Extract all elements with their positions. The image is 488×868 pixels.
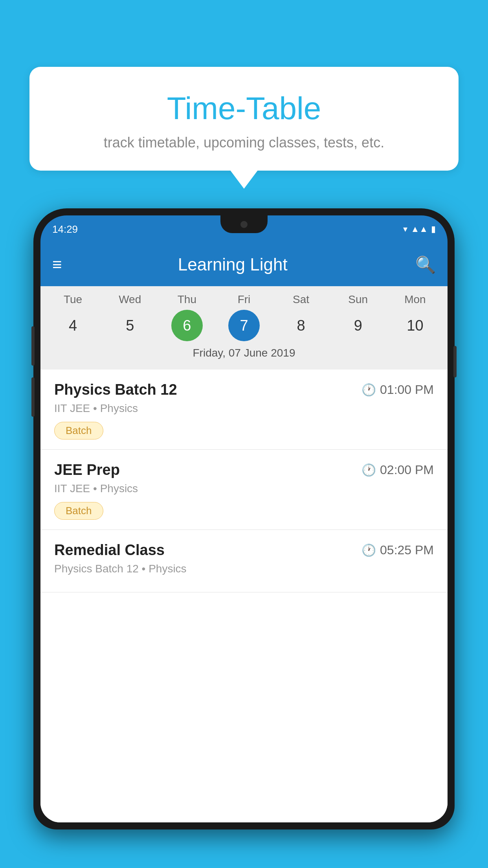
batch-badge-2: Batch [54, 502, 103, 520]
battery-icon: ▮ [431, 224, 436, 234]
day-10[interactable]: 10 [399, 310, 431, 341]
front-camera [240, 221, 248, 228]
day-numbers: 4 5 6 7 8 9 10 [40, 310, 448, 341]
schedule-item-3-header: Remedial Class 🕐 05:25 PM [54, 542, 434, 559]
schedule-item-1-header: Physics Batch 12 🕐 01:00 PM [54, 381, 434, 398]
schedule-item-2-subtitle: IIT JEE • Physics [54, 482, 434, 495]
signal-icon: ▲▲ [411, 224, 428, 234]
search-icon[interactable]: 🔍 [415, 255, 436, 274]
schedule-item-3-subtitle: Physics Batch 12 • Physics [54, 563, 434, 575]
day-8[interactable]: 8 [285, 310, 317, 341]
schedule-item-3-time: 🕐 05:25 PM [361, 543, 434, 557]
day-label-fri: Fri [228, 293, 260, 306]
schedule-item-2-title: JEE Prep [54, 462, 120, 478]
day-label-tue: Tue [57, 293, 89, 306]
schedule-item-1-time: 🕐 01:00 PM [361, 383, 434, 397]
tooltip-card: Time-Table track timetable, upcoming cla… [29, 67, 459, 171]
schedule-item-1[interactable]: Physics Batch 12 🕐 01:00 PM IIT JEE • Ph… [40, 370, 448, 450]
schedule-item-3-title: Remedial Class [54, 542, 165, 559]
hamburger-icon[interactable]: ≡ [52, 256, 62, 273]
schedule-item-2[interactable]: JEE Prep 🕐 02:00 PM IIT JEE • Physics Ba… [40, 450, 448, 530]
schedule-item-2-time: 🕐 02:00 PM [361, 463, 434, 477]
selected-date-label: Friday, 07 June 2019 [40, 341, 448, 366]
tooltip-subtitle: track timetable, upcoming classes, tests… [53, 134, 435, 151]
volume-up-button[interactable] [31, 326, 35, 366]
day-9[interactable]: 9 [342, 310, 374, 341]
day-5[interactable]: 5 [114, 310, 146, 341]
power-button[interactable] [453, 346, 457, 377]
volume-down-button[interactable] [31, 377, 35, 417]
status-time: 14:29 [52, 223, 78, 235]
batch-badge-1: Batch [54, 422, 103, 440]
wifi-icon: ▾ [403, 224, 407, 234]
day-4[interactable]: 4 [57, 310, 89, 341]
schedule-item-1-title: Physics Batch 12 [54, 381, 177, 398]
app-bar: ≡ Learning Light 🔍 [40, 243, 448, 286]
day-7-selected[interactable]: 7 [228, 310, 260, 341]
schedule-item-2-header: JEE Prep 🕐 02:00 PM [54, 462, 434, 478]
app-title: Learning Light [74, 255, 392, 274]
schedule-list: Physics Batch 12 🕐 01:00 PM IIT JEE • Ph… [40, 370, 448, 822]
calendar-strip: Tue Wed Thu Fri Sat Sun Mon 4 5 6 7 8 9 … [40, 286, 448, 370]
clock-icon-2: 🕐 [361, 463, 376, 477]
day-label-sat: Sat [285, 293, 317, 306]
day-label-mon: Mon [399, 293, 431, 306]
tooltip-title: Time-Table [53, 90, 435, 127]
phone-mockup: 14:29 ▾ ▲▲ ▮ ≡ Learning Light 🔍 Tue [33, 208, 455, 868]
day-label-thu: Thu [171, 293, 203, 306]
clock-icon-1: 🕐 [361, 383, 376, 397]
phone-screen: ≡ Learning Light 🔍 Tue Wed Thu Fri Sat S… [40, 243, 448, 822]
day-label-sun: Sun [342, 293, 374, 306]
clock-icon-3: 🕐 [361, 543, 376, 557]
schedule-item-1-subtitle: IIT JEE • Physics [54, 402, 434, 415]
day-6-today[interactable]: 6 [171, 310, 203, 341]
day-label-wed: Wed [114, 293, 146, 306]
status-icons: ▾ ▲▲ ▮ [403, 224, 436, 234]
day-labels: Tue Wed Thu Fri Sat Sun Mon [40, 293, 448, 306]
notch [220, 215, 268, 233]
schedule-item-3[interactable]: Remedial Class 🕐 05:25 PM Physics Batch … [40, 530, 448, 592]
